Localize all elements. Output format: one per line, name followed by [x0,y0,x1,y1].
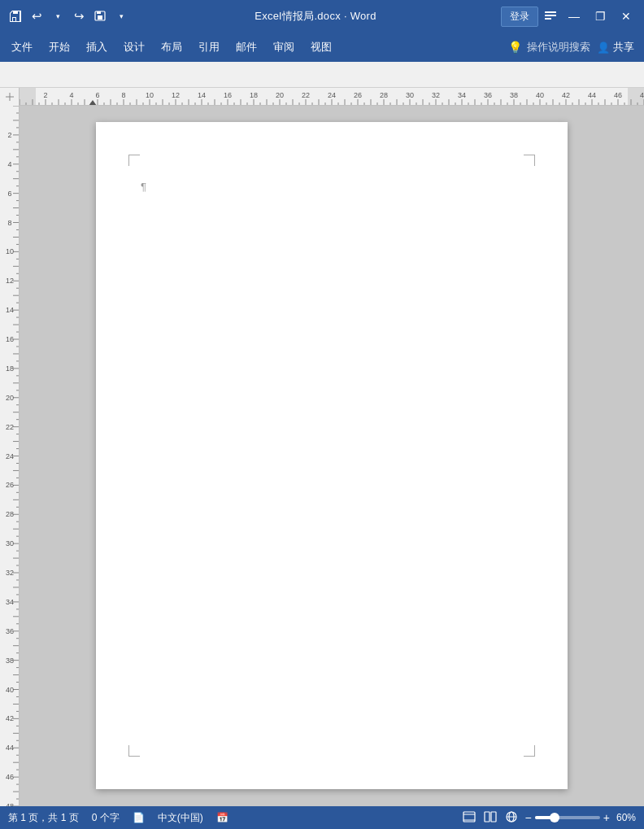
svg-rect-1 [98,15,102,20]
share-label[interactable]: 共享 [613,40,634,55]
content-area[interactable]: ¶ [20,106,644,806]
menu-view[interactable]: 视图 [302,37,340,58]
menu-insert[interactable]: 插入 [78,37,115,58]
corner-mark-tr [524,155,535,166]
svg-rect-12 [491,812,496,822]
svg-rect-4 [545,15,556,16]
v-ruler-canvas [0,106,20,806]
ribbon-display-icon[interactable] [542,7,559,25]
menu-mail[interactable]: 邮件 [228,37,265,58]
corner-mark-tl [128,155,140,166]
menu-references[interactable]: 引用 [190,37,228,58]
page-info: 第 1 页，共 1 页 [8,811,79,825]
slider-thumb[interactable] [550,813,559,822]
main-area: ¶ [0,106,644,806]
zoom-plus[interactable]: + [603,811,610,824]
close-button[interactable]: ✕ [615,5,637,28]
status-right: − + 60% [462,809,636,827]
ruler-corner [0,88,20,106]
word-count-status: 0 个字 [92,811,120,825]
toolbar-dropdown[interactable]: ▾ [112,7,130,25]
corner-mark-bl [128,745,140,757]
search-box: 💡 操作说明搜索 [508,40,590,55]
zoom-slider[interactable]: − + [525,811,610,824]
corner-mark-br [524,745,535,757]
local-save-icon[interactable] [91,7,109,25]
ribbon-toolbar [0,62,644,88]
read-view-icon[interactable] [483,809,498,827]
title-bar-left: ↩ ▾ ↪ ▾ [7,7,130,25]
person-icon: 👤 [597,41,610,54]
document-page[interactable]: ¶ [96,122,568,789]
lamp-icon: 💡 [508,41,522,54]
svg-rect-2 [97,11,101,14]
document-icon[interactable]: 📄 [133,812,145,823]
menu-file[interactable]: 文件 [3,37,41,58]
title-bar-right: 登录 — ❐ ✕ [501,5,637,28]
restore-button[interactable]: ❐ [589,5,611,28]
slider-track[interactable] [535,816,600,819]
svg-rect-3 [545,11,556,13]
layout-view-icon[interactable] [462,809,476,827]
horizontal-ruler [20,88,644,105]
search-label[interactable]: 操作说明搜索 [527,40,590,55]
ruler-row [0,88,644,106]
status-bar: 第 1 页，共 1 页 0 个字 📄 中文(中国) 📅 [0,806,644,829]
title-bar: ↩ ▾ ↪ ▾ Excel情报局.docx · Word 登录 — ❐ ✕ [0,0,644,33]
zoom-level[interactable]: 60% [616,812,636,823]
svg-rect-5 [545,18,551,20]
undo-icon[interactable]: ↩ [28,7,46,25]
status-left: 第 1 页，共 1 页 0 个字 📄 中文(中国) 📅 [8,811,228,825]
web-view-icon[interactable] [504,809,519,827]
share-area[interactable]: 👤 共享 [590,40,641,55]
calendar-icon[interactable]: 📅 [216,812,228,823]
h-ruler-canvas [20,88,644,105]
menu-layout[interactable]: 布局 [153,37,190,58]
redo-icon[interactable]: ↪ [70,7,88,25]
language-status[interactable]: 中文(中国) [158,811,203,825]
save-icon[interactable] [7,7,24,25]
paragraph-mark: ¶ [141,181,146,193]
login-button[interactable]: 登录 [501,7,538,27]
zoom-minus[interactable]: − [525,811,532,824]
document-title: Excel情报局.docx · Word [130,9,501,24]
menu-design[interactable]: 设计 [115,37,153,58]
minimize-button[interactable]: — [563,5,585,28]
svg-rect-11 [485,812,490,822]
vertical-ruler [0,106,20,806]
menu-home[interactable]: 开始 [41,37,78,58]
menu-review[interactable]: 审阅 [265,37,302,58]
menu-bar: 文件 开始 插入 设计 布局 引用 邮件 审阅 视图 💡 操作说明搜索 👤 共享 [0,33,644,62]
undo-dropdown[interactable]: ▾ [49,7,67,25]
